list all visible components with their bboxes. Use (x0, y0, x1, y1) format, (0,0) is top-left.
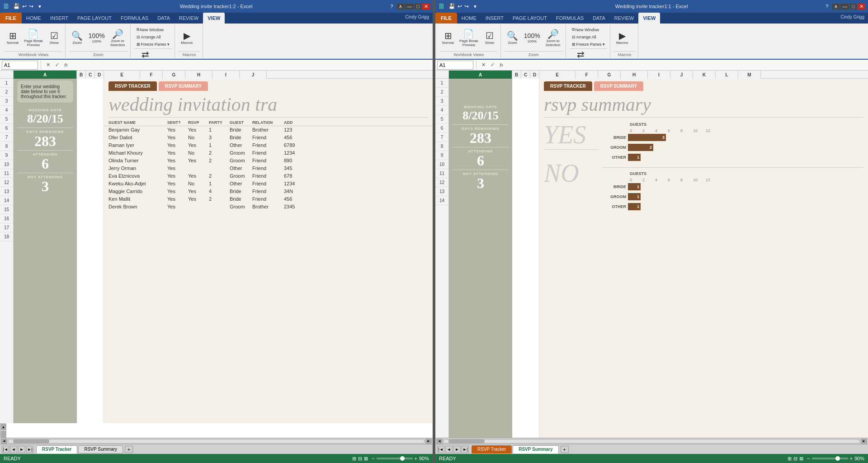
left-status-layout-normal[interactable]: ⊞ (352, 456, 356, 462)
left-btn-freezepanes[interactable]: ⊠ Freeze Panes ▾ (134, 41, 172, 47)
right-btn-pagebreak[interactable]: 📄 Page BreakPreview (457, 26, 481, 51)
right-tab-insert[interactable]: INSERT (481, 13, 508, 24)
right-rsvp-tracker-tab[interactable]: RSVP TRACKER (544, 81, 592, 91)
right-zoom-slider[interactable] (812, 458, 848, 459)
right-status-layout-page[interactable]: ⊟ (793, 456, 797, 462)
left-status-layout-page[interactable]: ⊟ (358, 456, 362, 462)
right-btn-show[interactable]: ☑ Show (481, 26, 498, 51)
left-min-btn[interactable]: — (405, 4, 414, 9)
left-tab-data[interactable]: DATA (153, 13, 175, 24)
left-tab-insert[interactable]: INSERT (46, 13, 73, 24)
right-hscroll-right[interactable]: ► (861, 439, 867, 444)
right-tab-pagelayout[interactable]: PAGE LAYOUT (508, 13, 552, 24)
right-formula-input[interactable] (507, 61, 866, 70)
right-hscroll-track[interactable] (443, 439, 860, 444)
right-zoom-in[interactable]: + (850, 456, 853, 461)
right-rsvp-summary-tab[interactable]: RSVP SUMMARY (594, 81, 643, 91)
right-tab-prev[interactable]: ◄ (445, 446, 453, 453)
right-tab-last[interactable]: ►| (462, 446, 469, 453)
left-qa-redo[interactable]: ↪ (29, 3, 33, 9)
left-btn-arrangeall[interactable]: ⊟ Arrange All (134, 34, 163, 40)
right-status-layout-normal[interactable]: ⊞ (788, 456, 792, 462)
right-min-btn[interactable]: — (840, 4, 849, 9)
right-add-sheet[interactable]: + (561, 446, 569, 453)
left-formula-cancel[interactable]: ✕ (44, 61, 52, 69)
left-add-sheet[interactable]: + (125, 446, 133, 453)
right-btn-newwindow[interactable]: ⧉ New Window (570, 26, 602, 33)
right-sheet-tab-rsvptracker[interactable]: RSVP Tracker (472, 445, 512, 454)
right-tab-data[interactable]: DATA (588, 13, 610, 24)
left-tab-home[interactable]: HOME (22, 13, 46, 24)
right-btn-macros[interactable]: ▶ Macros (614, 26, 630, 51)
right-cell-ref[interactable] (437, 61, 473, 70)
right-tab-file[interactable]: FILE (435, 13, 457, 24)
right-qa-customize[interactable]: ▼ (473, 4, 477, 9)
right-tab-review[interactable]: REVIEW (610, 13, 638, 24)
left-btn-newwindow[interactable]: ⧉ New Window (134, 26, 166, 33)
left-tab-file[interactable]: FILE (0, 13, 22, 24)
right-zoom-out[interactable]: − (807, 456, 810, 461)
left-qa-save[interactable]: 💾 (13, 3, 20, 9)
right-qa-save[interactable]: 💾 (448, 3, 455, 9)
right-btn-100[interactable]: 100% 100% (522, 26, 542, 51)
left-sheet-tab-rsvptracker[interactable]: RSVP Tracker (36, 445, 77, 454)
left-tab-pagelayout[interactable]: PAGE LAYOUT (73, 13, 116, 24)
left-max-btn[interactable]: □ (415, 4, 421, 9)
left-rsvp-tracker-tab[interactable]: RSVP TRACKER (108, 81, 157, 91)
left-help-btn[interactable]: ? (390, 4, 393, 9)
left-formula-func[interactable]: fx (62, 61, 70, 69)
left-hscroll-track[interactable] (8, 439, 425, 444)
right-btn-normal[interactable]: ⊞ Normal (440, 26, 456, 51)
left-zoom-out[interactable]: − (372, 456, 374, 461)
left-status-layout-preview[interactable]: ⊠ (364, 456, 368, 462)
left-zoom-slider[interactable] (377, 458, 413, 459)
right-tab-next[interactable]: ► (453, 446, 461, 453)
left-tab-formulas[interactable]: FORMULAS (116, 13, 153, 24)
left-formula-enter[interactable]: ✓ (53, 61, 61, 69)
right-sheet-tab-rsvpsummary[interactable]: RSVP Summary (513, 445, 558, 454)
right-qa-undo[interactable]: ↩ (458, 3, 462, 9)
right-btn-arrangeall[interactable]: ⊟ Arrange All (570, 34, 599, 40)
right-btn-freezepanes[interactable]: ⊠ Freeze Panes ▾ (570, 41, 608, 47)
right-close-btn[interactable]: ✕ (858, 4, 865, 9)
left-hscroll-right[interactable]: ► (425, 439, 432, 444)
left-vscroll-up[interactable]: ▲ (1, 424, 6, 430)
left-btn-zoom[interactable]: 🔍 Zoom (69, 26, 85, 51)
left-qa-undo[interactable]: ↩ (22, 3, 27, 9)
left-btn-normal[interactable]: ⊞ Normal (5, 26, 21, 51)
right-max-btn[interactable]: □ (850, 4, 857, 9)
left-hscroll-left[interactable]: ◄ (1, 439, 7, 444)
right-btn-zoomsel[interactable]: 🔎 Zoom toSelection (543, 26, 563, 51)
right-help-btn[interactable]: ? (826, 4, 828, 9)
left-ribbon-collapse[interactable]: ∧ (397, 4, 404, 9)
left-close-btn[interactable]: ✕ (422, 4, 430, 9)
left-qa-customize[interactable]: ▼ (38, 4, 42, 9)
left-tab-last[interactable]: ►| (26, 446, 33, 453)
left-btn-zoomsel[interactable]: 🔎 Zoom toSelection (108, 26, 127, 51)
right-qa-redo[interactable]: ↪ (464, 3, 469, 9)
right-btn-zoom[interactable]: 🔍 Zoom (505, 26, 521, 51)
left-tab-prev[interactable]: ◄ (10, 446, 17, 453)
right-formula-cancel[interactable]: ✕ (479, 61, 487, 69)
right-formula-enter[interactable]: ✓ (488, 61, 496, 69)
left-btn-show[interactable]: ☑ Show (46, 26, 62, 51)
right-formula-func[interactable]: fx (497, 61, 505, 69)
left-sheet-tab-rsvpsummary[interactable]: RSVP Summary (78, 445, 123, 454)
left-btn-pagebreak[interactable]: 📄 Page BreakPreview (22, 26, 45, 51)
left-tab-first[interactable]: |◄ (2, 446, 9, 453)
left-cell-ref[interactable] (2, 61, 38, 70)
left-tab-next[interactable]: ► (18, 446, 25, 453)
left-vscrollbar[interactable]: ▲ ▼ (0, 423, 6, 438)
right-ribbon-collapse[interactable]: ∧ (832, 4, 840, 9)
right-tab-first[interactable]: |◄ (437, 446, 444, 453)
left-btn-100[interactable]: 100% 100% (86, 26, 107, 51)
right-tab-view[interactable]: VIEW (638, 13, 660, 24)
right-tab-formulas[interactable]: FORMULAS (552, 13, 588, 24)
left-tab-review[interactable]: REVIEW (175, 13, 203, 24)
left-zoom-in[interactable]: + (415, 456, 417, 461)
left-rsvp-summary-tab[interactable]: RSVP SUMMARY (159, 81, 208, 91)
right-hscroll-left[interactable]: ◄ (436, 439, 443, 444)
left-formula-input[interactable] (72, 61, 431, 70)
right-status-layout-preview[interactable]: ⊠ (799, 456, 803, 462)
left-tab-view[interactable]: VIEW (203, 13, 225, 24)
